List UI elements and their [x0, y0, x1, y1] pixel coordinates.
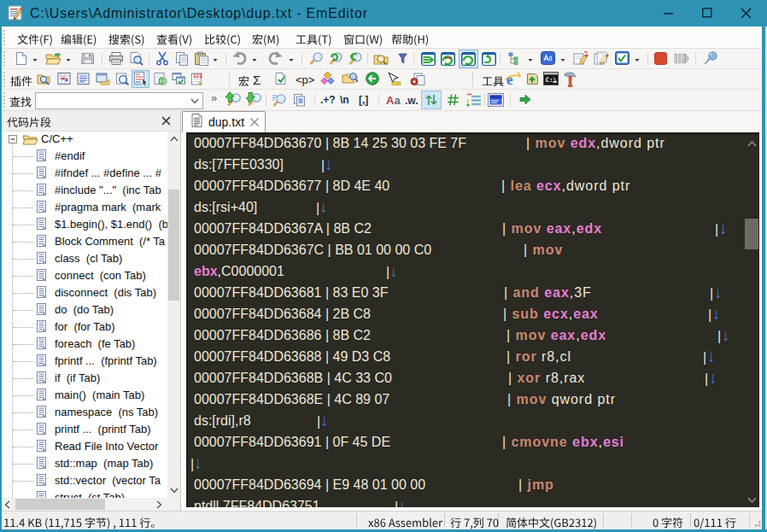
svg-text:123: 123	[193, 73, 202, 79]
svg-text:e: e	[506, 72, 513, 87]
